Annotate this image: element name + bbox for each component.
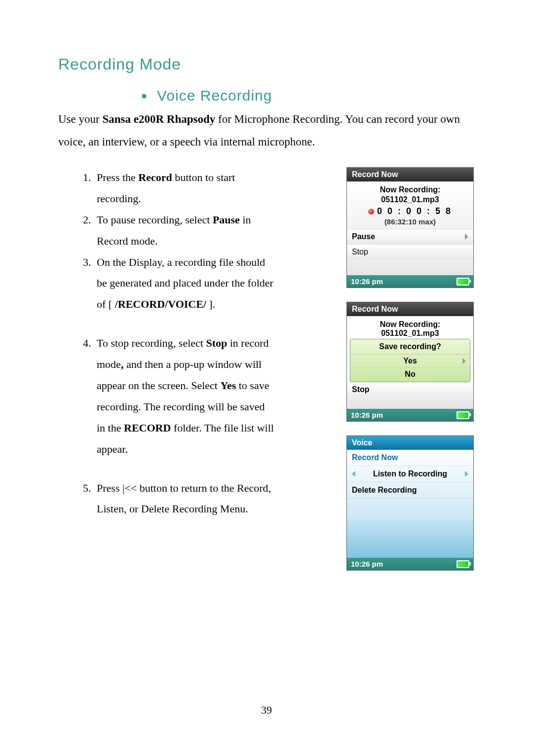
screen-title: Voice <box>347 436 473 450</box>
device-screen-voice-menu: Voice Record Now Listen to Recording Del… <box>346 435 474 571</box>
step-bold: /RECORD/VOICE/ <box>115 298 206 310</box>
steps-list-2: To stop recording, select Stop in record… <box>58 333 275 460</box>
intro-paragraph: Use your Sansa e200R Rhapsody for Microp… <box>58 108 474 153</box>
intro-product: Sansa e200R Rhapsody <box>102 113 215 125</box>
battery-icon <box>457 411 469 419</box>
steps-list: Press the Record button to start recordi… <box>58 167 275 315</box>
voice-item-label: Record Now <box>352 453 468 462</box>
save-no[interactable]: No <box>350 367 470 381</box>
save-yes-label: Yes <box>403 357 417 365</box>
page-number: 39 <box>0 704 533 717</box>
step-text: To stop recording, select <box>97 337 206 349</box>
recording-filename: 051102_01.mp3 <box>351 329 469 338</box>
step-text: To pause recording, select <box>97 214 213 226</box>
clock-label: 10:26 pm <box>351 560 383 568</box>
step-bold: RECORD <box>124 422 171 434</box>
step-bold: Yes <box>220 379 236 392</box>
voice-item-label: Listen to Recording <box>355 469 465 478</box>
save-no-label: No <box>405 370 415 379</box>
subsection-title: Voice Recording <box>157 87 474 104</box>
recording-max: (86:32:10 max) <box>351 217 469 226</box>
chevron-right-icon <box>462 358 466 364</box>
step-bold: Stop <box>206 337 227 349</box>
step-text: ]. <box>206 298 215 310</box>
stop-item-behind: Stop <box>347 382 473 396</box>
battery-icon <box>457 278 469 286</box>
device-screen-record-now: Record Now Now Recording: 051102_01.mp3 … <box>346 167 474 288</box>
stop-label: Stop <box>352 248 368 256</box>
voice-record-now[interactable]: Record Now <box>347 450 473 466</box>
section-title: Recording Mode <box>58 55 474 73</box>
step-4: To stop recording, select Stop in record… <box>94 333 275 460</box>
clock-label: 10:26 pm <box>351 411 383 419</box>
screen-title: Record Now <box>347 168 473 181</box>
step-text: Press the <box>97 171 138 183</box>
chevron-right-icon <box>465 234 468 240</box>
voice-listen[interactable]: Listen to Recording <box>347 466 473 482</box>
screen-title: Record Now <box>347 302 473 316</box>
chevron-left-icon <box>352 471 355 477</box>
stop-item[interactable]: Stop <box>347 244 473 259</box>
voice-item-label: Delete Recording <box>352 486 468 495</box>
battery-icon <box>457 560 469 568</box>
step-1: Press the Record button to start recordi… <box>94 167 275 210</box>
pause-label: Pause <box>352 232 375 241</box>
step-bold: Pause <box>213 214 240 226</box>
step-3: On the Display, a recording file should … <box>94 252 275 316</box>
pause-item[interactable]: Pause <box>347 229 473 244</box>
step-bold: Record <box>138 171 172 183</box>
step-5: Press |<< button to return to the Record… <box>94 478 275 520</box>
save-popup: Save recording? Yes No <box>350 339 470 382</box>
chevron-right-icon <box>465 471 468 477</box>
step-2: To pause recording, select Pause in Reco… <box>94 210 275 252</box>
save-yes[interactable]: Yes <box>350 355 470 367</box>
save-question: Save recording? <box>350 339 470 355</box>
recording-time: 0 0 : 0 0 : 5 8 <box>377 206 452 216</box>
clock-label: 10:26 pm <box>351 277 383 286</box>
voice-delete[interactable]: Delete Recording <box>347 482 473 499</box>
steps-list-3: Press |<< button to return to the Record… <box>58 478 275 520</box>
now-recording-label: Now Recording: <box>351 185 469 194</box>
now-recording-label: Now Recording: <box>351 320 469 329</box>
device-screen-save-prompt: Record Now Now Recording: 051102_01.mp3 … <box>346 302 474 422</box>
record-dot-icon <box>368 209 374 215</box>
recording-filename: 051102_01.mp3 <box>351 195 469 204</box>
intro-text: Use your <box>58 113 102 125</box>
